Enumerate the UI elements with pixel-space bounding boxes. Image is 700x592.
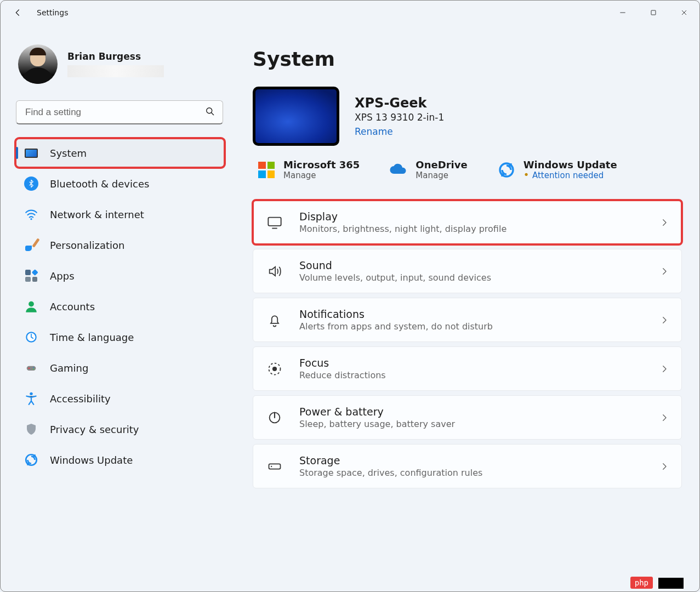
sidebar-item-accessibility[interactable]: Accessibility — [16, 384, 224, 413]
sidebar-item-bluetooth-devices[interactable]: Bluetooth & devices — [16, 169, 224, 198]
card-display[interactable]: DisplayMonitors, brightness, night light… — [253, 200, 682, 244]
sidebar-item-time-language[interactable]: Time & language — [16, 323, 224, 351]
card-title: Storage — [299, 454, 644, 466]
device-info: XPS-Geek XPS 13 9310 2-in-1 Rename — [355, 95, 444, 137]
titlebar: Settings — [1, 1, 699, 25]
shield-icon — [24, 422, 39, 437]
card-subtitle: Sleep, battery usage, battery saver — [299, 419, 644, 429]
card-subtitle: Monitors, brightness, night light, displ… — [299, 224, 644, 234]
minimize-button[interactable] — [607, 1, 638, 25]
profile-info: Brian Burgess — [67, 51, 164, 77]
power-icon — [265, 408, 284, 427]
close-button[interactable] — [669, 1, 699, 25]
card-focus[interactable]: FocusReduce distractions — [253, 346, 682, 391]
service-onedrive[interactable]: OneDriveManage — [389, 159, 467, 180]
onedrive-icon — [389, 161, 408, 179]
system-icon — [24, 145, 39, 161]
card-title: Display — [299, 210, 644, 223]
back-arrow-icon — [13, 8, 23, 18]
sidebar-item-label: Bluetooth & devices — [50, 178, 149, 190]
card-subtitle: Volume levels, output, input, sound devi… — [299, 272, 644, 283]
sidebar: Brian Burgess SystemBluetooth & devicesN… — [1, 25, 231, 591]
card-subtitle: Storage space, drives, configuration rul… — [299, 468, 644, 478]
device-model: XPS 13 9310 2-in-1 — [355, 112, 444, 123]
sidebar-item-label: Time & language — [50, 332, 134, 343]
search-icon — [204, 106, 215, 119]
service-title: OneDrive — [416, 159, 467, 170]
storage-icon — [265, 457, 284, 476]
sidebar-item-system[interactable]: System — [16, 139, 224, 167]
profile-name: Brian Burgess — [67, 51, 164, 62]
update-icon — [24, 452, 39, 468]
ms365-icon — [257, 161, 276, 179]
sidebar-item-label: Gaming — [50, 362, 88, 374]
card-title: Power & battery — [299, 406, 644, 418]
search-input[interactable] — [16, 100, 223, 124]
sidebar-item-label: Privacy & security — [50, 424, 139, 435]
card-power-battery[interactable]: Power & batterySleep, battery usage, bat… — [253, 395, 682, 440]
card-title: Focus — [299, 357, 644, 369]
card-sound[interactable]: SoundVolume levels, output, input, sound… — [253, 249, 682, 293]
nav: SystemBluetooth & devicesNetwork & inter… — [16, 139, 229, 476]
rename-link[interactable]: Rename — [355, 126, 444, 137]
accessibility-icon — [24, 391, 39, 406]
maximize-button[interactable] — [638, 1, 669, 25]
app-title: Settings — [37, 8, 68, 17]
paintbrush-icon — [24, 237, 39, 253]
sidebar-item-apps[interactable]: Apps — [16, 261, 224, 290]
service-subtitle: Manage — [283, 170, 360, 180]
profile[interactable]: Brian Burgess — [16, 25, 229, 98]
chevron-right-icon — [659, 413, 669, 423]
service-subtitle: Manage — [416, 170, 467, 180]
chevron-right-icon — [659, 266, 669, 276]
page-title: System — [253, 48, 682, 70]
sidebar-item-label: Accessibility — [50, 393, 111, 405]
update-icon — [497, 161, 516, 179]
service-title: Windows Update — [523, 159, 617, 170]
sidebar-item-accounts[interactable]: Accounts — [16, 292, 224, 321]
back-button[interactable] — [7, 2, 29, 24]
bluetooth-icon — [24, 176, 39, 191]
search-box — [16, 100, 223, 124]
sidebar-item-label: Personalization — [50, 240, 124, 251]
apps-icon — [24, 268, 39, 283]
device-row: XPS-Geek XPS 13 9310 2-in-1 Rename — [253, 87, 682, 146]
wifi-icon — [24, 207, 39, 222]
card-subtitle: Reduce distractions — [299, 370, 644, 380]
chevron-right-icon — [659, 315, 669, 325]
service-microsoft-[interactable]: Microsoft 365Manage — [257, 159, 360, 180]
chevron-right-icon — [659, 218, 669, 227]
card-notifications[interactable]: NotificationsAlerts from apps and system… — [253, 298, 682, 342]
sidebar-item-label: Apps — [50, 270, 75, 282]
gamepad-icon — [24, 360, 39, 375]
device-thumbnail — [253, 87, 339, 146]
sidebar-item-label: System — [50, 147, 87, 159]
focus-icon — [265, 360, 284, 378]
sidebar-item-personalization[interactable]: Personalization — [16, 231, 224, 259]
device-name: XPS-Geek — [355, 95, 444, 111]
bell-icon — [265, 311, 284, 329]
settings-cards: DisplayMonitors, brightness, night light… — [253, 200, 682, 488]
sidebar-item-network-internet[interactable]: Network & internet — [16, 200, 224, 229]
minimize-icon — [618, 8, 627, 17]
service-windows-update[interactable]: Windows UpdateAttention needed — [497, 159, 617, 180]
card-subtitle: Alerts from apps and system, do not dist… — [299, 321, 644, 332]
close-icon — [680, 8, 688, 17]
service-title: Microsoft 365 — [283, 159, 360, 170]
card-storage[interactable]: StorageStorage space, drives, configurat… — [253, 444, 682, 488]
person-icon — [24, 299, 39, 314]
maximize-icon — [649, 8, 658, 17]
window-controls — [607, 1, 699, 25]
services-row: Microsoft 365ManageOneDriveManageWindows… — [253, 159, 682, 180]
sidebar-item-windows-update[interactable]: Windows Update — [16, 446, 224, 474]
black-badge — [658, 578, 684, 589]
service-subtitle: Attention needed — [523, 170, 617, 180]
sidebar-item-label: Network & internet — [50, 209, 144, 220]
chevron-right-icon — [659, 462, 669, 471]
php-badge: php — [630, 577, 653, 589]
sound-icon — [265, 262, 284, 281]
sidebar-item-privacy-security[interactable]: Privacy & security — [16, 415, 224, 443]
sidebar-item-label: Accounts — [50, 301, 95, 312]
sidebar-item-gaming[interactable]: Gaming — [16, 354, 224, 382]
display-icon — [265, 213, 284, 232]
